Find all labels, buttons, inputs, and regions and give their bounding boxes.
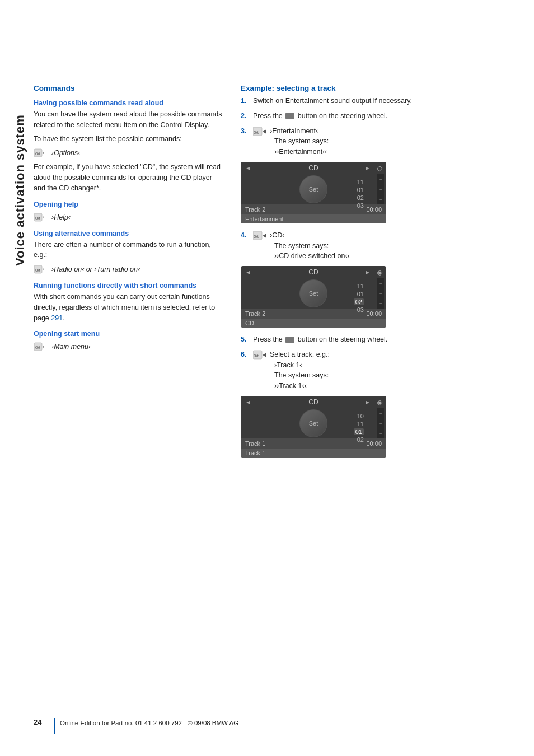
sub1-p1: You can have the system read aloud the p…	[34, 109, 224, 130]
cd-screen-2: ◄ CD ► ◈ Set 11 01 02 03	[241, 266, 386, 328]
screen1-track-label: Track 2	[245, 206, 265, 213]
screen1-arrow-left: ◄	[245, 165, 251, 171]
step-4-num: 4.	[241, 230, 253, 241]
screen1-bottom: Track 2 00:00	[241, 204, 386, 214]
voice-icon-radio: 0/t ›	[34, 264, 49, 275]
screen3-topbar: ◄ CD ► ◈	[241, 396, 386, 408]
page-link-291[interactable]: 291	[51, 314, 63, 322]
right-column: Example: selecting a track 1. Switch on …	[241, 84, 521, 464]
screen3-nav-icon: ◈	[377, 398, 383, 407]
screen1-nav-icon: ◇	[377, 164, 383, 172]
screen2-label: CD	[308, 268, 318, 276]
svg-text:›: ›	[43, 267, 44, 272]
screen2-arrow-left: ◄	[245, 269, 251, 276]
sub1-p3: For example, if you have selected "CD", …	[34, 162, 224, 193]
mainmenu-command: 0/t › ›Main menu‹	[34, 341, 224, 352]
help-cmd-text: ›Help‹	[51, 213, 71, 221]
sub2-title: Opening help	[34, 200, 224, 208]
commands-title: Commands	[34, 84, 224, 92]
options-command: 0/t › ›Options‹	[34, 147, 224, 158]
step-1-text: Switch on Entertainment sound output if …	[253, 96, 521, 106]
step-2: 2. Press the button on the steering whee…	[241, 111, 521, 122]
screen1-middle: Set 11 01 02 03	[241, 174, 386, 204]
track-02b: 02	[354, 298, 364, 305]
footer: 24 Online Edition for Part no. 01 41 2 6…	[34, 718, 534, 734]
svg-marker-17	[263, 234, 266, 238]
step-1-num: 1.	[241, 96, 253, 106]
svg-text:0/t: 0/t	[254, 353, 259, 358]
screen3-track-numbers: 10 11 01 02	[354, 413, 364, 443]
track-10c: 10	[354, 413, 364, 419]
track-02: 02	[357, 194, 364, 201]
voice-icon-step6: 0/t	[253, 349, 268, 361]
track-11: 11	[357, 179, 364, 185]
track-11c: 11	[354, 421, 364, 427]
svg-marker-14	[263, 129, 266, 134]
screen3-label-bar: Track 1	[241, 449, 386, 458]
cd-screen-3: ◄ CD ► ◈ Set 10 11 01 02	[241, 396, 386, 458]
sub1-p2: To have the system list the possible com…	[34, 134, 224, 144]
screen2-time: 00:00	[366, 310, 382, 317]
step-3: 3. 0/t ›Entertainment‹ The system says: …	[241, 126, 521, 157]
svg-text:0/t: 0/t	[254, 234, 259, 239]
page-number: 24	[34, 718, 54, 726]
track-01c: 01	[354, 428, 364, 435]
sub3-p1: There are often a number of commands to …	[34, 240, 224, 261]
sidebar-label: Voice activation system	[10, 101, 30, 280]
svg-text:0/t: 0/t	[35, 345, 41, 350]
screen3-set-btn: Set	[299, 409, 327, 437]
steps-list-2: 4. 0/t ›CD‹ The system says: ››CD drive …	[241, 230, 521, 262]
screen1-track-numbers: 11 01 02 03	[357, 179, 364, 209]
svg-text:›: ›	[43, 214, 44, 220]
screen3-label: CD	[308, 398, 318, 406]
track-03: 03	[357, 202, 364, 209]
screen2-label-bar: CD	[241, 319, 386, 328]
screen2-bottom: Track 2 00:00	[241, 309, 386, 319]
step-3-num: 3.	[241, 126, 253, 137]
step-2-num: 2.	[241, 111, 253, 122]
screen3-bottom: Track 1 00:00	[241, 438, 386, 449]
sub4-title: Running functions directly with short co…	[34, 282, 224, 290]
voice-icon-help: 0/t ›	[34, 212, 49, 223]
track-01: 01	[357, 186, 364, 193]
track-11b: 11	[354, 283, 364, 290]
screen2-arrow-right: ►	[364, 269, 371, 276]
steps-list-3: 5. Press the button on the steering whee…	[241, 334, 521, 391]
sub1-title: Having possible commands read aloud	[34, 99, 224, 107]
screen1-time: 00:00	[366, 206, 382, 213]
screen2-middle: Set 11 01 02 03	[241, 278, 386, 309]
step-4-text: ›CD‹ The system says: ››CD drive switche…	[270, 230, 521, 262]
screen1-set-btn: Set	[299, 175, 327, 203]
screen3-arrow-left: ◄	[245, 399, 251, 405]
step-4: 4. 0/t ›CD‹ The system says: ››CD drive …	[241, 230, 521, 262]
screen2-topbar: ◄ CD ► ◈	[241, 266, 386, 278]
cd-screen-1: ◄ CD ► ◇ Set 11 01 02 03	[241, 162, 386, 223]
screen3-arrow-right: ►	[364, 399, 371, 405]
screen2-nav-icon: ◈	[377, 268, 383, 277]
left-column: Commands Having possible commands read a…	[34, 84, 224, 464]
sub3-title: Using alternative commands	[34, 230, 224, 237]
track-03b: 03	[354, 306, 364, 313]
screen2-track-numbers: 11 01 02 03	[354, 283, 364, 313]
step-2-text: Press the button on the steering wheel.	[253, 111, 521, 122]
radio-command: 0/t › ›Radio on‹ or ›Turn radio on‹	[34, 264, 224, 275]
radio-cmd-text: ›Radio on‹ or ›Turn radio on‹	[51, 265, 140, 273]
svg-text:0/t: 0/t	[35, 268, 41, 273]
help-command: 0/t › ›Help‹	[34, 212, 224, 223]
options-cmd-text: ›Options‹	[51, 149, 80, 157]
track-01b: 01	[354, 291, 364, 297]
screen1-arrow-right: ►	[364, 165, 371, 171]
example-title: Example: selecting a track	[241, 84, 521, 92]
mainmenu-cmd-text: ›Main menu‹	[51, 343, 91, 351]
step-5-num: 5.	[241, 334, 253, 345]
step-3-text: ›Entertainment‹ The system says: ››Enter…	[270, 126, 521, 157]
screen1-label-bar: Entertainment	[241, 214, 386, 223]
screen1-topbar: ◄ CD ► ◇	[241, 162, 386, 174]
step-5-text: Press the button on the steering wheel.	[253, 334, 521, 345]
sub5-title: Opening start menu	[34, 330, 224, 338]
step-6-text: Select a track, e.g.: ›Track 1‹ The syst…	[270, 349, 521, 391]
voice-icon-options: 0/t ›	[34, 147, 49, 158]
svg-text:0/t: 0/t	[35, 151, 41, 156]
screen2-track-label: Track 2	[245, 310, 265, 317]
svg-marker-20	[263, 353, 266, 357]
